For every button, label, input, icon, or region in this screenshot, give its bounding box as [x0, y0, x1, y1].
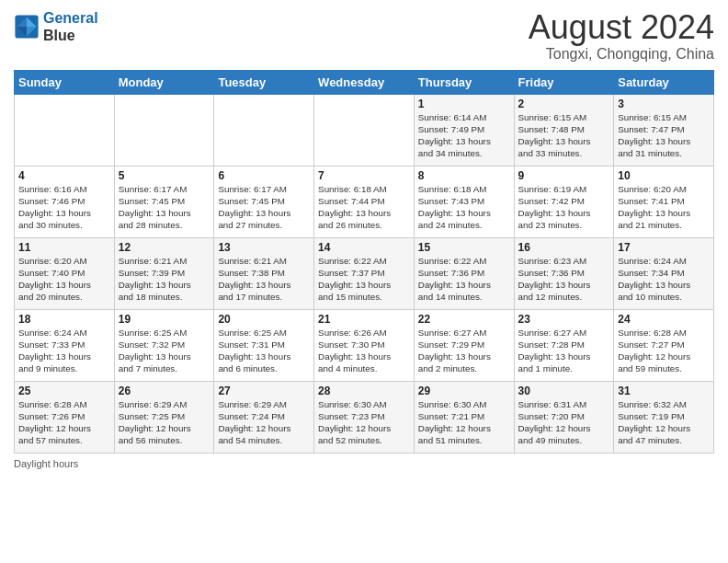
calendar-week-row: 1Sunrise: 6:14 AM Sunset: 7:49 PM Daylig…: [15, 94, 714, 166]
day-info: Sunrise: 6:17 AM Sunset: 7:45 PM Dayligh…: [119, 183, 210, 232]
day-info: Sunrise: 6:29 AM Sunset: 7:25 PM Dayligh…: [119, 398, 210, 447]
calendar-cell: 5Sunrise: 6:17 AM Sunset: 7:45 PM Daylig…: [114, 166, 214, 237]
day-number: 11: [18, 241, 110, 254]
calendar-cell: 3Sunrise: 6:15 AM Sunset: 7:47 PM Daylig…: [614, 94, 714, 166]
calendar-cell: 27Sunrise: 6:29 AM Sunset: 7:24 PM Dayli…: [214, 381, 314, 453]
day-number: 25: [18, 385, 110, 397]
calendar-cell: [214, 94, 314, 166]
day-info: Sunrise: 6:18 AM Sunset: 7:43 PM Dayligh…: [418, 183, 510, 232]
day-number: 24: [618, 313, 710, 326]
calendar-cell: 7Sunrise: 6:18 AM Sunset: 7:44 PM Daylig…: [314, 166, 415, 237]
calendar-cell: 26Sunrise: 6:29 AM Sunset: 7:25 PM Dayli…: [114, 381, 214, 453]
calendar-cell: 25Sunrise: 6:28 AM Sunset: 7:26 PM Dayli…: [15, 381, 115, 453]
day-number: 4: [18, 169, 110, 182]
day-number: 28: [318, 385, 410, 397]
day-number: 15: [418, 241, 510, 254]
day-info: Sunrise: 6:25 AM Sunset: 7:32 PM Dayligh…: [119, 327, 210, 375]
day-number: 26: [119, 385, 210, 397]
day-info: Sunrise: 6:29 AM Sunset: 7:24 PM Dayligh…: [218, 398, 310, 447]
title-block: August 2024 Tongxi, Chongqing, China: [529, 9, 714, 63]
calendar-cell: [114, 94, 214, 166]
subtitle: Tongxi, Chongqing, China: [529, 46, 714, 63]
day-info: Sunrise: 6:16 AM Sunset: 7:46 PM Dayligh…: [18, 183, 110, 232]
day-number: 10: [618, 169, 710, 182]
day-info: Sunrise: 6:15 AM Sunset: 7:48 PM Dayligh…: [518, 111, 610, 160]
day-info: Sunrise: 6:21 AM Sunset: 7:39 PM Dayligh…: [119, 255, 210, 304]
calendar-cell: 14Sunrise: 6:22 AM Sunset: 7:37 PM Dayli…: [314, 237, 415, 309]
day-info: Sunrise: 6:20 AM Sunset: 7:41 PM Dayligh…: [618, 183, 710, 232]
weekday-header: Thursday: [414, 70, 514, 94]
day-number: 14: [318, 241, 410, 254]
calendar-cell: 29Sunrise: 6:30 AM Sunset: 7:21 PM Dayli…: [414, 381, 514, 453]
day-info: Sunrise: 6:28 AM Sunset: 7:27 PM Dayligh…: [618, 327, 710, 375]
day-info: Sunrise: 6:32 AM Sunset: 7:19 PM Dayligh…: [618, 398, 710, 447]
calendar-cell: 15Sunrise: 6:22 AM Sunset: 7:36 PM Dayli…: [414, 237, 514, 309]
weekday-header: Monday: [114, 70, 214, 94]
day-info: Sunrise: 6:21 AM Sunset: 7:38 PM Dayligh…: [218, 255, 310, 304]
calendar-cell: 10Sunrise: 6:20 AM Sunset: 7:41 PM Dayli…: [614, 166, 714, 237]
day-number: 6: [218, 169, 310, 182]
day-number: 13: [218, 241, 310, 254]
calendar-cell: 24Sunrise: 6:28 AM Sunset: 7:27 PM Dayli…: [614, 309, 714, 381]
calendar-week-row: 11Sunrise: 6:20 AM Sunset: 7:40 PM Dayli…: [15, 237, 714, 309]
logo-icon: [14, 14, 40, 40]
weekday-header: Friday: [514, 70, 614, 94]
calendar-cell: 22Sunrise: 6:27 AM Sunset: 7:29 PM Dayli…: [414, 309, 514, 381]
day-info: Sunrise: 6:24 AM Sunset: 7:33 PM Dayligh…: [18, 327, 110, 375]
calendar-week-row: 25Sunrise: 6:28 AM Sunset: 7:26 PM Dayli…: [15, 381, 714, 453]
logo: General Blue: [14, 9, 98, 44]
day-info: Sunrise: 6:28 AM Sunset: 7:26 PM Dayligh…: [18, 398, 110, 447]
day-info: Sunrise: 6:20 AM Sunset: 7:40 PM Dayligh…: [18, 255, 110, 304]
day-info: Sunrise: 6:26 AM Sunset: 7:30 PM Dayligh…: [318, 327, 410, 375]
calendar-cell: 11Sunrise: 6:20 AM Sunset: 7:40 PM Dayli…: [15, 237, 115, 309]
day-number: 5: [119, 169, 210, 182]
calendar-cell: 19Sunrise: 6:25 AM Sunset: 7:32 PM Dayli…: [114, 309, 214, 381]
day-number: 2: [518, 98, 610, 110]
day-number: 31: [618, 385, 710, 397]
day-info: Sunrise: 6:17 AM Sunset: 7:45 PM Dayligh…: [218, 183, 310, 232]
day-info: Sunrise: 6:25 AM Sunset: 7:31 PM Dayligh…: [218, 327, 310, 375]
day-number: 29: [418, 385, 510, 397]
footer-note: Daylight hours: [14, 458, 714, 469]
calendar-cell: 6Sunrise: 6:17 AM Sunset: 7:45 PM Daylig…: [214, 166, 314, 237]
day-number: 7: [318, 169, 410, 182]
daylight-hours-label: Daylight hours: [14, 458, 78, 469]
day-number: 27: [218, 385, 310, 397]
day-info: Sunrise: 6:15 AM Sunset: 7:47 PM Dayligh…: [618, 111, 710, 160]
day-info: Sunrise: 6:30 AM Sunset: 7:23 PM Dayligh…: [318, 398, 410, 447]
calendar-cell: [15, 94, 115, 166]
main-title: August 2024: [529, 9, 714, 46]
weekday-header: Sunday: [15, 70, 115, 94]
weekday-header-row: SundayMondayTuesdayWednesdayThursdayFrid…: [15, 70, 714, 94]
day-info: Sunrise: 6:22 AM Sunset: 7:37 PM Dayligh…: [318, 255, 410, 304]
day-info: Sunrise: 6:31 AM Sunset: 7:20 PM Dayligh…: [518, 398, 610, 447]
day-number: 22: [418, 313, 510, 326]
day-info: Sunrise: 6:14 AM Sunset: 7:49 PM Dayligh…: [418, 111, 510, 160]
calendar-cell: 16Sunrise: 6:23 AM Sunset: 7:36 PM Dayli…: [514, 237, 614, 309]
day-number: 16: [518, 241, 610, 254]
day-info: Sunrise: 6:24 AM Sunset: 7:34 PM Dayligh…: [618, 255, 710, 304]
calendar-cell: 31Sunrise: 6:32 AM Sunset: 7:19 PM Dayli…: [614, 381, 714, 453]
day-info: Sunrise: 6:22 AM Sunset: 7:36 PM Dayligh…: [418, 255, 510, 304]
calendar-cell: 4Sunrise: 6:16 AM Sunset: 7:46 PM Daylig…: [15, 166, 115, 237]
day-number: 20: [218, 313, 310, 326]
day-number: 30: [518, 385, 610, 397]
day-number: 3: [618, 98, 710, 110]
day-number: 8: [418, 169, 510, 182]
day-number: 1: [418, 98, 510, 110]
day-number: 17: [618, 241, 710, 254]
day-info: Sunrise: 6:27 AM Sunset: 7:28 PM Dayligh…: [518, 327, 610, 375]
day-info: Sunrise: 6:18 AM Sunset: 7:44 PM Dayligh…: [318, 183, 410, 232]
day-number: 19: [119, 313, 210, 326]
logo-text: General Blue: [43, 9, 98, 44]
day-info: Sunrise: 6:19 AM Sunset: 7:42 PM Dayligh…: [518, 183, 610, 232]
calendar-cell: 1Sunrise: 6:14 AM Sunset: 7:49 PM Daylig…: [414, 94, 514, 166]
calendar-week-row: 4Sunrise: 6:16 AM Sunset: 7:46 PM Daylig…: [15, 166, 714, 237]
calendar-cell: 17Sunrise: 6:24 AM Sunset: 7:34 PM Dayli…: [614, 237, 714, 309]
day-number: 18: [18, 313, 110, 326]
calendar-cell: 21Sunrise: 6:26 AM Sunset: 7:30 PM Dayli…: [314, 309, 415, 381]
calendar-table: SundayMondayTuesdayWednesdayThursdayFrid…: [14, 70, 714, 454]
page: General Blue August 2024 Tongxi, Chongqi…: [0, 0, 728, 563]
day-info: Sunrise: 6:27 AM Sunset: 7:29 PM Dayligh…: [418, 327, 510, 375]
calendar-cell: [314, 94, 415, 166]
